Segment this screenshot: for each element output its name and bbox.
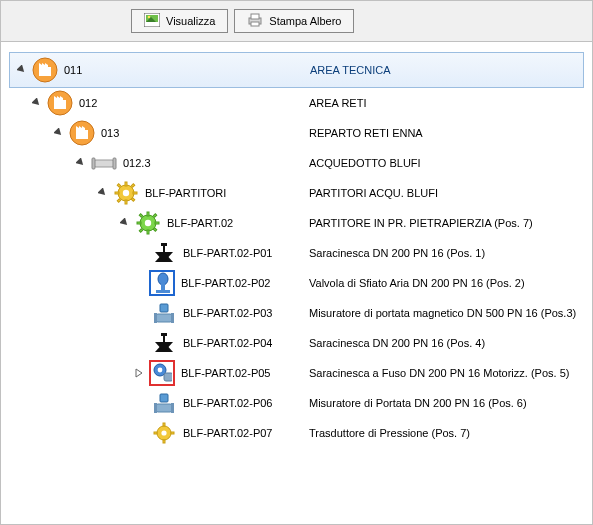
visualizza-button[interactable]: Visualizza [131,9,228,33]
svg-rect-65 [155,404,173,412]
tree-node-p02[interactable]: BLF-PART.02-P02 Valvola di Sfiato Aria D… [9,268,584,298]
node-code: 011 [64,64,124,76]
node-desc: Trasduttore di Pressione (Pos. 7) [309,427,470,439]
node-desc: Saracinesca DN 200 PN 16 (Pos. 1) [309,247,485,259]
svg-rect-57 [163,335,165,342]
node-desc: Misuratore di Portata DN 200 PN 16 (Pos.… [309,397,527,409]
svg-rect-5 [251,14,259,19]
node-desc: PARTITORE IN PR. PIETRAPIERZIA (Pos. 7) [309,217,533,229]
flowmeter-icon [151,300,177,326]
gear-green-icon [135,210,161,236]
svg-rect-43 [153,214,157,218]
node-desc: REPARTO RETI ENNA [309,127,423,139]
motorized-valve-icon [149,360,175,386]
tree-node-p07[interactable]: BLF-PART.02-P07 Trasduttore di Pressione… [9,418,584,448]
node-code: 013 [101,127,161,139]
svg-point-73 [161,430,166,435]
svg-marker-60 [136,369,142,377]
svg-rect-70 [163,440,165,443]
svg-rect-29 [117,184,121,188]
svg-rect-55 [171,313,174,323]
gear-yellow-icon [113,180,139,206]
svg-rect-54 [154,313,157,323]
svg-rect-22 [113,158,116,169]
gate-valve-icon [151,240,177,266]
node-code: BLF-PARTITORI [145,187,226,199]
node-code: BLF-PART.02-P07 [183,427,272,439]
tree-node-blf-part-02[interactable]: BLF-PART.02 PARTITORE IN PR. PIETRAPIERZ… [9,208,584,238]
tree-node-p04[interactable]: BLF-PART.02-P04 Saracinesca DN 200 PN 16… [9,328,584,358]
node-code: 012 [79,97,139,109]
svg-marker-23 [98,188,108,198]
pressure-transducer-icon [151,420,177,446]
svg-point-2 [148,16,151,19]
svg-rect-51 [156,290,170,293]
plant-icon [69,120,95,146]
printer-icon [247,13,263,29]
svg-marker-15 [54,128,64,138]
svg-rect-67 [171,403,174,413]
node-code: BLF-PART.02-P06 [183,397,272,409]
visualizza-label: Visualizza [166,15,215,27]
svg-rect-46 [163,245,165,252]
svg-rect-9 [39,67,51,76]
node-code: BLF-PART.02-P03 [183,307,272,319]
node-desc: Valvola di Sfiato Aria DN 200 PN 16 (Pos… [309,277,525,289]
svg-rect-66 [154,403,157,413]
svg-point-44 [145,220,151,226]
svg-marker-34 [120,218,130,228]
svg-rect-30 [131,198,135,202]
expander-icon[interactable] [75,157,87,169]
svg-rect-42 [139,229,143,233]
svg-rect-36 [147,212,149,216]
expander-icon[interactable] [31,97,43,109]
svg-rect-69 [163,423,165,426]
flowmeter-icon [151,390,177,416]
svg-rect-21 [92,158,95,169]
svg-rect-71 [154,432,157,434]
node-desc: Saracinesca DN 200 PN 16 (Pos. 4) [309,337,485,349]
node-desc: AREA RETI [309,97,366,109]
tree-node-blf-partitori[interactable]: BLF-PARTITORI PARTITORI ACQU. BLUFI [9,178,584,208]
node-code: BLF-PART.02-P01 [183,247,272,259]
svg-rect-25 [125,182,127,186]
expander-icon[interactable] [53,127,65,139]
svg-rect-39 [155,222,159,224]
tree-node-011[interactable]: 011 AREA TECNICA [9,52,584,88]
svg-rect-37 [147,230,149,234]
tree-node-p01[interactable]: BLF-PART.02-P01 Saracinesca DN 200 PN 16… [9,238,584,268]
expander-collapsed-icon[interactable] [133,367,145,379]
air-valve-icon [149,270,175,296]
svg-rect-53 [155,314,173,322]
node-code: 012.3 [123,157,183,169]
svg-rect-40 [139,214,143,218]
tree-node-012[interactable]: 012 AREA RETI [9,88,584,118]
svg-rect-63 [164,373,172,381]
tree-node-p06[interactable]: BLF-PART.02-P06 Misuratore di Portata DN… [9,388,584,418]
expander-icon[interactable] [97,187,109,199]
svg-rect-27 [115,192,119,194]
picture-icon [144,13,160,29]
tree-node-013[interactable]: 013 REPARTO RETI ENNA [9,118,584,148]
tree-node-p05[interactable]: BLF-PART.02-P05 Saracinesca a Fuso DN 20… [9,358,584,388]
svg-rect-20 [93,160,115,167]
expander-icon[interactable] [16,64,28,76]
svg-rect-32 [131,184,135,188]
node-code: BLF-PART.02-P05 [181,367,270,379]
svg-rect-31 [117,199,121,203]
node-desc: Saracinesca a Fuso DN 200 PN 16 Motorizz… [309,367,569,379]
expander-icon[interactable] [119,217,131,229]
svg-rect-17 [76,130,88,139]
node-desc: Misuratore di portata magnetico DN 500 P… [309,307,576,319]
stampa-albero-button[interactable]: Stampa Albero [234,9,354,33]
svg-rect-41 [153,228,157,232]
svg-rect-52 [160,304,168,312]
node-desc: ACQUEDOTTO BLUFI [309,157,421,169]
tree-node-012-3[interactable]: 012.3 ACQUEDOTTO BLUFI [9,148,584,178]
svg-rect-13 [54,100,66,109]
tree-node-p03[interactable]: BLF-PART.02-P03 Misuratore di portata ma… [9,298,584,328]
toolbar: Visualizza Stampa Albero [1,1,592,42]
svg-marker-11 [32,98,42,108]
svg-rect-72 [171,432,174,434]
svg-rect-26 [125,200,127,204]
